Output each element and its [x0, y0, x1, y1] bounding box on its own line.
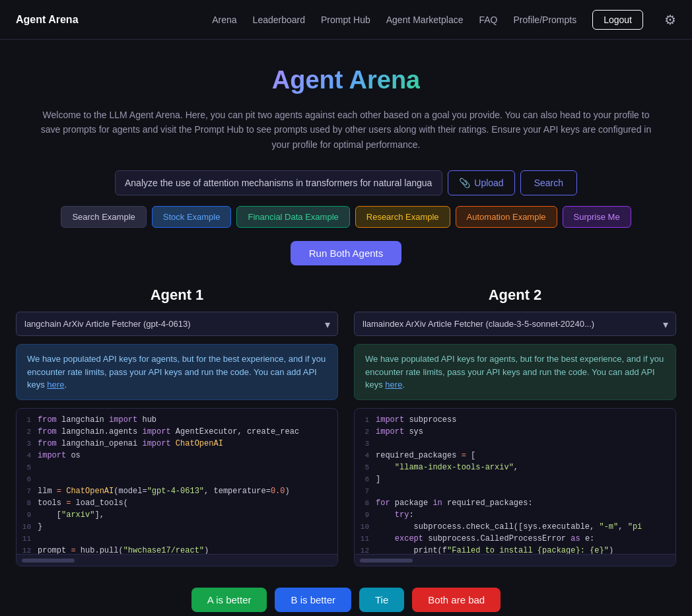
- nav-links: Arena Leaderboard Prompt Hub Agent Marke…: [212, 10, 676, 30]
- code-line: 4import os: [17, 450, 337, 462]
- agent-1-select[interactable]: langchain ArXiv Article Fetcher (gpt-4-0…: [16, 312, 338, 336]
- agent-1-code-panel: 1from langchain import hub 2from langcha…: [16, 408, 338, 566]
- agents-row: Agent 1 langchain ArXiv Article Fetcher …: [16, 287, 676, 566]
- code-line: 9 ["arxiv"],: [17, 509, 337, 521]
- nav-faq[interactable]: FAQ: [479, 15, 497, 25]
- code-line: 12 print(f"Failed to install {package}: …: [355, 545, 675, 554]
- agent-1-code-scroll[interactable]: 1from langchain import hub 2from langcha…: [17, 409, 337, 554]
- both-are-bad-button[interactable]: Both are bad: [412, 588, 501, 612]
- code-line: 10 subprocess.check_call([sys.executable…: [355, 521, 675, 533]
- agent-2-panel: Agent 2 langchain ArXiv Article Fetcher …: [354, 287, 676, 566]
- code-line: 8for package in required_packages:: [355, 497, 675, 509]
- b-is-better-button[interactable]: B is better: [275, 588, 351, 612]
- nav-profile-prompts[interactable]: Profile/Prompts: [513, 15, 576, 25]
- nav-agent-marketplace[interactable]: Agent Marketplace: [386, 15, 464, 25]
- agent-2-api-link[interactable]: here: [385, 380, 402, 390]
- code-line: 5 "llama-index-tools-arxiv",: [355, 462, 675, 473]
- agent-2-title: Agent 2: [354, 287, 676, 304]
- search-button[interactable]: Search: [520, 170, 577, 195]
- agent-2-scrollbar[interactable]: [355, 554, 675, 566]
- nav-leaderboard[interactable]: Leaderboard: [253, 15, 305, 25]
- code-line: 10}: [17, 521, 337, 533]
- example-buttons: Search Example Stock Example Financial D…: [61, 206, 631, 228]
- code-line: 11 except subprocess.CalledProcessError …: [355, 533, 675, 545]
- code-line: 9 try:: [355, 509, 675, 521]
- theme-toggle-icon[interactable]: ⚙: [664, 12, 676, 28]
- agent-1-select-wrapper: langchain ArXiv Article Fetcher (gpt-4-0…: [16, 312, 338, 336]
- logout-button[interactable]: Logout: [592, 10, 643, 30]
- subtitle: Welcome to the LLM Agent Arena. Here, yo…: [36, 108, 656, 152]
- tie-button[interactable]: Tie: [359, 588, 404, 612]
- code-line: 12prompt = hub.pull("hwchase17/react"): [17, 545, 337, 554]
- agent-1-title: Agent 1: [16, 287, 338, 304]
- automation-example-button[interactable]: Automation Example: [456, 206, 557, 228]
- code-line: 8tools = load_tools(: [17, 497, 337, 509]
- agent-1-scrollbar[interactable]: [17, 554, 337, 566]
- agent-2-select[interactable]: langchain ArXiv Article Fetcher (gpt-4-0…: [354, 312, 676, 336]
- code-line: 2from langchain.agents import AgentExecu…: [17, 426, 337, 438]
- agent-2-code-panel: 1import subprocess 2import sys 3 4requir…: [354, 408, 676, 566]
- code-line: 2import sys: [355, 426, 675, 438]
- agent-1-panel: Agent 1 langchain ArXiv Article Fetcher …: [16, 287, 338, 566]
- search-input[interactable]: [115, 170, 442, 195]
- nav-prompt-hub[interactable]: Prompt Hub: [321, 15, 370, 25]
- code-line: 3from langchain_openai import ChatOpenAI: [17, 438, 337, 450]
- code-line: 7: [355, 485, 675, 497]
- a-is-better-button[interactable]: A is better: [191, 588, 267, 612]
- paperclip-icon: 📎: [459, 178, 470, 188]
- nav-arena[interactable]: Arena: [212, 15, 236, 25]
- scrollbar-track: [22, 559, 75, 563]
- upload-button[interactable]: 📎 Upload: [448, 170, 514, 195]
- code-line: 11: [17, 533, 337, 545]
- code-line: 6]: [355, 473, 675, 485]
- upload-label: Upload: [474, 178, 503, 188]
- financial-example-button[interactable]: Financial Data Example: [236, 206, 349, 228]
- research-example-button[interactable]: Research Example: [355, 206, 450, 228]
- code-line: 7llm = ChatOpenAI(model="gpt-4-0613", te…: [17, 485, 337, 497]
- agent-2-api-notice: We have populated API keys for agents, b…: [354, 344, 676, 400]
- agent-1-api-link[interactable]: here: [47, 380, 64, 390]
- search-row: 📎 Upload Search: [115, 170, 577, 195]
- code-line: 6: [17, 473, 337, 485]
- code-line: 1from langchain import hub: [17, 414, 337, 426]
- navbar: Agent Arena Arena Leaderboard Prompt Hub…: [0, 0, 692, 40]
- scrollbar-track: [360, 559, 413, 563]
- code-line: 4required_packages = [: [355, 450, 675, 462]
- stock-example-button[interactable]: Stock Example: [152, 206, 232, 228]
- search-example-button[interactable]: Search Example: [61, 206, 146, 228]
- vote-row: A is better B is better Tie Both are bad: [191, 588, 501, 612]
- main-content: Agent Arena Welcome to the LLM Agent Are…: [0, 40, 692, 616]
- nav-brand: Agent Arena: [16, 14, 79, 26]
- agent-2-select-wrapper: langchain ArXiv Article Fetcher (gpt-4-0…: [354, 312, 676, 336]
- run-both-agents-button[interactable]: Run Both Agents: [291, 241, 402, 265]
- code-line: 1import subprocess: [355, 414, 675, 426]
- agent-1-api-notice: We have populated API keys for agents, b…: [16, 344, 338, 400]
- code-line: 5: [17, 462, 337, 473]
- surprise-me-button[interactable]: Surprise Me: [563, 206, 631, 228]
- page-title: Agent Arena: [272, 66, 421, 94]
- code-line: 3: [355, 438, 675, 450]
- agent-2-code-scroll[interactable]: 1import subprocess 2import sys 3 4requir…: [355, 409, 675, 554]
